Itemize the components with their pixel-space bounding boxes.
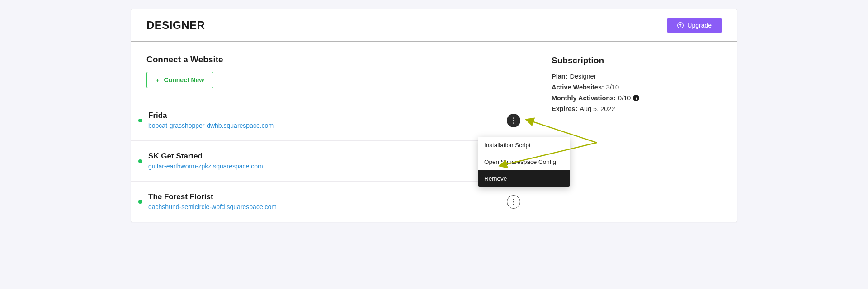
subscription-title: Subscription [552, 56, 722, 65]
connect-title: Connect a Website [146, 55, 520, 65]
sub-active-label: Active Websites: [552, 84, 604, 91]
sub-plan-label: Plan: [552, 73, 567, 80]
plus-icon: + [156, 77, 160, 84]
svg-point-6 [513, 204, 514, 205]
right-column: Subscription Plan: Designer Active Websi… [536, 42, 737, 222]
sub-active-value: 3/10 [606, 84, 619, 91]
site-name: Frida [148, 111, 507, 120]
connect-new-label: Connect New [164, 76, 204, 84]
kebab-icon [513, 199, 514, 205]
site-menu-button[interactable] [507, 114, 520, 127]
site-url-link[interactable]: guitar-earthworm-zpkz.squarespace.com [148, 163, 263, 170]
status-dot-icon [138, 200, 142, 204]
left-column: Connect a Website + Connect New Frida bo… [131, 42, 536, 222]
info-icon[interactable]: i [633, 95, 639, 101]
status-dot-icon [138, 119, 142, 122]
panel-header: DESIGNER Upgrade [131, 9, 737, 42]
sub-expires: Expires: Aug 5, 2022 [552, 105, 722, 112]
site-info: SK Get Started guitar-earthworm-zpkz.squ… [148, 152, 520, 170]
sub-activations-value: 0/10 [618, 94, 631, 102]
sub-active: Active Websites: 3/10 [552, 84, 722, 91]
designer-panel: DESIGNER Upgrade Connect a Website + Con… [131, 9, 737, 222]
site-menu-button[interactable] [507, 195, 520, 209]
svg-point-5 [513, 201, 514, 202]
page-title: DESIGNER [146, 19, 205, 32]
upgrade-label: Upgrade [687, 22, 712, 29]
site-name: SK Get Started [148, 152, 520, 161]
svg-point-4 [513, 199, 514, 200]
kebab-icon [513, 117, 514, 124]
site-info: The Forest Florist dachshund-semicircle-… [148, 192, 507, 211]
sub-plan-value: Designer [570, 73, 596, 80]
svg-point-3 [513, 122, 514, 124]
menu-item-installation-script[interactable]: Installation Script [478, 137, 570, 154]
sub-activations: Monthly Activations: 0/10 i [552, 94, 722, 102]
site-url-link[interactable]: dachshund-semicircle-wbfd.squarespace.co… [148, 203, 277, 210]
sub-activations-label: Monthly Activations: [552, 94, 616, 102]
status-dot-icon [138, 159, 142, 163]
menu-item-open-config[interactable]: Open Squarespace Config [478, 154, 570, 170]
menu-item-remove[interactable]: Remove [478, 170, 570, 187]
sub-plan: Plan: Designer [552, 73, 722, 80]
sub-expires-value: Aug 5, 2022 [580, 105, 615, 112]
svg-point-2 [513, 120, 514, 121]
panel-body: Connect a Website + Connect New Frida bo… [131, 42, 737, 222]
svg-point-1 [513, 117, 514, 119]
sub-expires-label: Expires: [552, 105, 577, 112]
site-menu-dropdown: Installation Script Open Squarespace Con… [478, 137, 570, 187]
upgrade-button[interactable]: Upgrade [667, 18, 722, 33]
site-row: The Forest Florist dachshund-semicircle-… [131, 182, 536, 222]
upload-icon [677, 22, 684, 28]
connect-new-button[interactable]: + Connect New [146, 72, 213, 88]
site-url-link[interactable]: bobcat-grasshopper-dwhb.squarespace.com [148, 122, 274, 129]
site-row: Frida bobcat-grasshopper-dwhb.squarespac… [131, 100, 536, 141]
site-row: SK Get Started guitar-earthworm-zpkz.squ… [131, 141, 536, 182]
connect-section: Connect a Website + Connect New [131, 42, 536, 100]
site-info: Frida bobcat-grasshopper-dwhb.squarespac… [148, 111, 507, 130]
site-name: The Forest Florist [148, 192, 507, 201]
